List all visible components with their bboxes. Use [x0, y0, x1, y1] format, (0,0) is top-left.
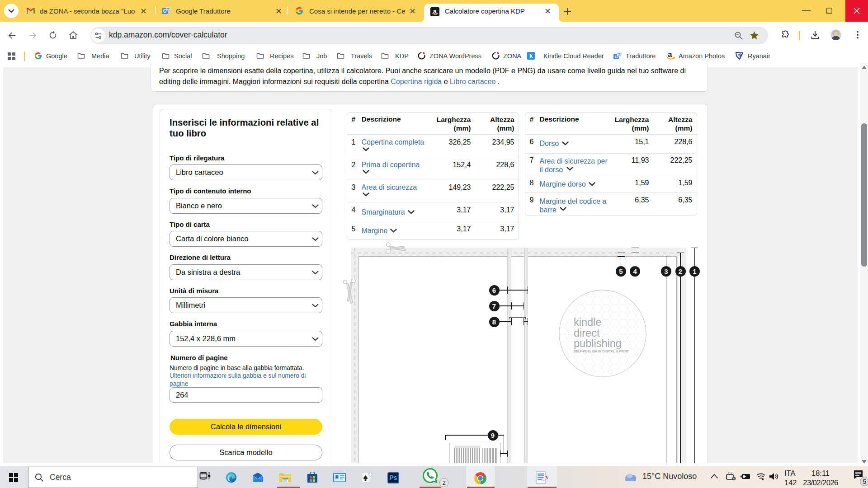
svg-text:publishing: publishing: [574, 338, 622, 349]
svg-text:文: 文: [618, 52, 621, 56]
svg-text:SELF-PUBLISH IN DIGITAL & PRIN: SELF-PUBLISH IN DIGITAL & PRINT: [574, 350, 629, 353]
svg-text:direct: direct: [574, 327, 600, 339]
svg-text:文: 文: [166, 7, 170, 11]
svg-text:kindle: kindle: [574, 316, 601, 328]
